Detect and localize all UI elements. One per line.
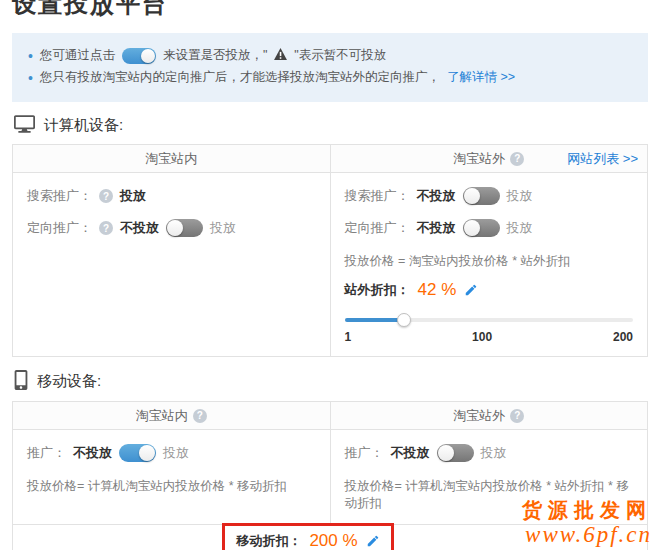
warning-icon [274, 48, 287, 63]
promo-label: 推广： [27, 444, 66, 462]
computer-table-header: 淘宝站内 淘宝站外 ? 网站列表 >> [13, 145, 647, 173]
notice-text: "表示暂不可投放 [294, 47, 386, 64]
watermark-line2: www.6pf.cn [522, 522, 652, 548]
mobile-inside-formula: 投放价格= 计算机淘宝站内投放价格 * 移动折扣 [27, 478, 316, 495]
edit-pencil-icon[interactable] [464, 283, 478, 297]
target-on-label: 投放 [507, 219, 533, 237]
notice-text: 来设置是否投放，" [163, 47, 267, 64]
computer-outside-search-row: 搜索推广： 不投放 投放 [345, 187, 634, 205]
target-off-label: 不投放 [417, 219, 456, 237]
learn-more-link[interactable]: 了解详情 >> [447, 69, 515, 86]
computer-icon [14, 115, 35, 136]
target-promo-label: 定向推广： [27, 219, 92, 237]
notice-line-2: • 您只有投放淘宝站内的定向推广后，才能选择投放淘宝站外的定向推广， 了解详情 … [28, 69, 632, 86]
bullet-icon: • [28, 71, 33, 85]
search-promo-value: 投放 [120, 187, 146, 205]
computer-outside-cell: 搜索推广： 不投放 投放 定向推广： 不投放 投放 投放价格 = 淘宝站内投放价… [330, 173, 648, 356]
computer-inside-target-toggle[interactable] [166, 219, 203, 237]
phone-icon [14, 370, 28, 393]
toggle-knob [139, 445, 155, 461]
outside-price-formula: 投放价格 = 淘宝站内投放价格 * 站外折扣 [345, 253, 634, 270]
watermark: 货源批发网 www.6pf.cn [522, 499, 652, 548]
header-label: 淘宝站内 [145, 150, 197, 168]
computer-target-row: 定向推广： ? 不投放 投放 [27, 219, 316, 237]
computer-table-body: 搜索推广： ? 投放 定向推广： ? 不投放 投放 搜索推广： 不投放 [13, 173, 647, 356]
mobile-outside-promo-toggle[interactable] [437, 444, 474, 462]
toggle-knob [464, 220, 480, 236]
mobile-outside-promo-row: 推广： 不投放 投放 [345, 444, 634, 462]
target-promo-label: 定向推广： [345, 219, 410, 237]
outside-discount-label: 站外折扣： [345, 281, 410, 299]
computer-outside-target-row: 定向推广： 不投放 投放 [345, 219, 634, 237]
red-annotation-box: 移动折扣： 200 % [222, 523, 394, 550]
promo-off-label: 不投放 [391, 444, 430, 462]
computer-inside-cell: 搜索推广： ? 投放 定向推广： ? 不投放 投放 [13, 173, 330, 356]
mobile-inside-promo-toggle[interactable] [119, 444, 156, 462]
help-icon[interactable]: ? [510, 409, 524, 423]
target-off-label: 不投放 [120, 219, 159, 237]
settings-page: 设置投放平台 • 您可通过点击 来设置是否投放，" "表示暂不可投放 • 您只有… [0, 0, 660, 550]
slider-mid-label: 100 [472, 330, 492, 344]
outside-discount-slider[interactable] [345, 313, 634, 327]
notice-text: 您可通过点击 [40, 47, 115, 64]
help-icon[interactable]: ? [510, 152, 524, 166]
mobile-inside-promo-row: 推广： 不投放 投放 [27, 444, 316, 462]
promo-on-label: 投放 [481, 444, 507, 462]
computer-section-title: 计算机设备: [44, 116, 123, 135]
header-label: 淘宝站内 [136, 407, 188, 425]
outside-discount-row: 站外折扣： 42 % [345, 280, 634, 300]
mobile-inside-cell: 推广： 不投放 投放 投放价格= 计算机淘宝站内投放价格 * 移动折扣 [13, 430, 330, 524]
help-icon[interactable]: ? [99, 221, 113, 235]
search-off-label: 不投放 [417, 187, 456, 205]
promo-off-label: 不投放 [73, 444, 112, 462]
toggle-knob [438, 445, 454, 461]
slider-knob[interactable] [397, 313, 411, 327]
computer-outside-target-toggle[interactable] [463, 219, 500, 237]
search-on-label: 投放 [507, 187, 533, 205]
computer-section-label: 计算机设备: [14, 115, 648, 136]
slider-fill [345, 318, 404, 322]
help-icon[interactable]: ? [193, 409, 207, 423]
computer-search-row: 搜索推广： ? 投放 [27, 187, 316, 205]
search-promo-label: 搜索推广： [27, 187, 92, 205]
slider-max-label: 200 [613, 330, 633, 344]
page-title: 设置投放平台 [12, 0, 648, 20]
computer-outside-search-toggle[interactable] [463, 187, 500, 205]
mobile-table-header: 淘宝站内 ? 淘宝站外 ? [13, 402, 647, 430]
toggle-knob [141, 49, 155, 63]
site-list-link[interactable]: 网站列表 >> [567, 150, 638, 168]
mobile-header-outside: 淘宝站外 ? [330, 402, 648, 429]
notice-line-1: • 您可通过点击 来设置是否投放，" "表示暂不可投放 [28, 47, 632, 64]
target-on-label: 投放 [210, 219, 236, 237]
search-promo-label: 搜索推广： [345, 187, 410, 205]
notice-text: 您只有投放淘宝站内的定向推广后，才能选择投放淘宝站外的定向推广， [40, 69, 440, 86]
example-toggle[interactable] [122, 48, 156, 64]
computer-header-outside: 淘宝站外 ? 网站列表 >> [330, 145, 648, 172]
bullet-icon: • [28, 49, 33, 63]
computer-table: 淘宝站内 淘宝站外 ? 网站列表 >> 搜索推广： ? 投放 定向推广： ? 不… [12, 144, 648, 357]
slider-labels: 1 100 200 [345, 330, 634, 344]
toggle-knob [167, 220, 183, 236]
promo-on-label: 投放 [163, 444, 189, 462]
help-icon[interactable]: ? [99, 189, 113, 203]
toggle-knob [464, 188, 480, 204]
slider-min-label: 1 [345, 330, 352, 344]
header-label: 淘宝站外 [453, 407, 505, 425]
mobile-header-inside: 淘宝站内 ? [13, 402, 330, 429]
header-label: 淘宝站外 [453, 150, 505, 168]
computer-header-inside: 淘宝站内 [13, 145, 330, 172]
watermark-line1: 货源批发网 [522, 499, 652, 522]
edit-pencil-icon[interactable] [366, 534, 380, 548]
mobile-discount-value: 200 % [309, 531, 357, 550]
notice-box: • 您可通过点击 来设置是否投放，" "表示暂不可投放 • 您只有投放淘宝站内的… [12, 33, 648, 102]
mobile-discount-label: 移动折扣： [236, 532, 301, 550]
outside-discount-value: 42 % [418, 280, 457, 300]
mobile-section-title: 移动设备: [37, 372, 101, 391]
promo-label: 推广： [345, 444, 384, 462]
mobile-section-label: 移动设备: [14, 370, 648, 393]
